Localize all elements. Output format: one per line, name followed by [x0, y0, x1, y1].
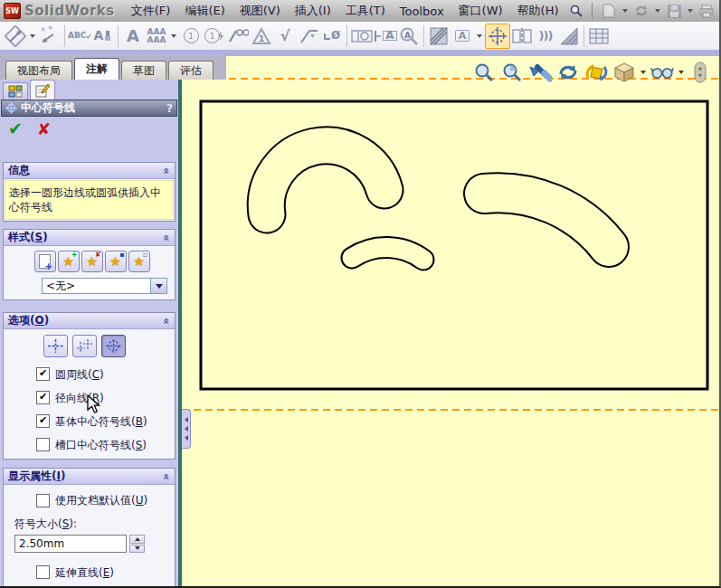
geometric-tolerance-icon[interactable]: [350, 24, 374, 48]
save-style-button[interactable]: ★▪: [105, 251, 127, 272]
tab-evaluate[interactable]: 评估: [168, 61, 213, 80]
previous-view-icon[interactable]: [528, 61, 552, 84]
collapse-chevron-icon[interactable]: «: [160, 167, 173, 175]
dropdown-arrow-icon[interactable]: [150, 278, 167, 294]
help-icon[interactable]: ?: [166, 102, 173, 115]
tab-view-layout[interactable]: 视图布局: [5, 61, 72, 80]
circular-center-mark-button[interactable]: [101, 335, 126, 357]
menu-help[interactable]: 帮助(H): [510, 1, 566, 21]
delete-style-button[interactable]: ★✘: [81, 251, 103, 272]
hide-show-items-icon[interactable]: [650, 61, 674, 84]
menu-view[interactable]: 视图(V): [232, 1, 288, 21]
block-icon[interactable]: A: [451, 24, 474, 48]
style-group-header[interactable]: 样式(S) «: [4, 230, 175, 246]
ok-button[interactable]: ✔: [8, 120, 23, 138]
info-group-header[interactable]: 信息 «: [4, 163, 175, 179]
checkbox-box: [36, 367, 50, 381]
rebuild-caret[interactable]: [655, 9, 660, 13]
balloon-icon[interactable]: 1: [179, 24, 203, 48]
rebuild-icon[interactable]: [632, 3, 650, 19]
menu-window[interactable]: 窗口(W): [451, 1, 510, 21]
checkbox-base-center-mark[interactable]: 基体中心符号线(B): [36, 414, 169, 428]
datum-feature-icon[interactable]: 1: [250, 24, 273, 48]
smart-dimension-caret[interactable]: [30, 34, 35, 38]
menu-edit[interactable]: 编辑(E): [177, 1, 232, 21]
hole-callout-icon[interactable]: Ø: [320, 24, 344, 48]
slot-right[interactable]: [484, 193, 609, 247]
cancel-button[interactable]: ✘: [37, 121, 51, 138]
save-icon[interactable]: [665, 3, 683, 19]
save-caret[interactable]: [688, 9, 693, 13]
style-body: ★+ ★✘ ★▪ ★▫ <无>: [4, 246, 175, 299]
model-items-icon[interactable]: **: [38, 24, 62, 48]
linear-center-mark-button[interactable]: [72, 335, 97, 357]
display-style-caret[interactable]: [640, 71, 646, 74]
menu-insert[interactable]: 插入(I): [288, 1, 338, 21]
add-style-button[interactable]: ★+: [58, 251, 80, 272]
center-mark-icon[interactable]: [485, 24, 510, 49]
area-hatch-fill-icon[interactable]: [427, 24, 451, 48]
note-icon[interactable]: A: [121, 24, 145, 48]
panel-collapse-handle[interactable]: [182, 409, 191, 449]
menu-tools[interactable]: 工具(T): [338, 1, 393, 21]
magnifier-a-icon[interactable]: A: [397, 24, 421, 48]
property-manager-header: 中心符号线 ?: [1, 100, 177, 117]
tab-sketch[interactable]: 草图: [121, 61, 166, 80]
print-icon[interactable]: [697, 3, 716, 19]
smart-dimension-icon[interactable]: [4, 24, 27, 48]
search-icon[interactable]: [570, 5, 583, 17]
zoom-to-area-icon[interactable]: [500, 61, 524, 84]
display-attributes-header[interactable]: 显示属性(I) «: [4, 469, 175, 485]
zoom-to-fit-icon[interactable]: [472, 61, 496, 84]
checkbox-circular-lines[interactable]: 圆周线(C): [36, 367, 169, 381]
heads-up-more-icon[interactable]: [688, 61, 712, 84]
tables-icon[interactable]: [587, 24, 611, 48]
collapse-arrow-icon: [185, 435, 188, 441]
revision-cloud-icon[interactable]: ))): [534, 24, 557, 48]
caterpillar-icon[interactable]: [557, 24, 581, 48]
hide-show-items-caret[interactable]: [678, 71, 684, 74]
datum-target-icon[interactable]: A: [374, 24, 397, 48]
surface-finish-icon[interactable]: √: [273, 24, 297, 48]
style-dropdown-value: <无>: [42, 278, 150, 294]
apply-default-style-button[interactable]: [34, 251, 56, 272]
single-center-mark-button[interactable]: [43, 335, 68, 357]
load-style-button[interactable]: ★▫: [128, 251, 150, 272]
collapse-chevron-icon[interactable]: «: [160, 318, 173, 325]
format-painter-icon[interactable]: A: [91, 24, 115, 48]
new-document-icon[interactable]: [600, 3, 618, 19]
menu-toolbox[interactable]: Toolbox: [393, 3, 451, 20]
title-menu-bar: SW SolidWorks 文件(F) 编辑(E) 视图(V) 插入(I) 工具…: [0, 0, 721, 23]
slot-large[interactable]: [266, 146, 384, 214]
linear-note-pattern-caret[interactable]: [171, 34, 176, 38]
checkbox-slot-center-mark[interactable]: 槽口中心符号线(S): [36, 438, 169, 451]
magnetic-line-icon[interactable]: [226, 24, 250, 48]
property-manager-tab[interactable]: [30, 80, 55, 100]
command-manager-tabs: 视图布局 注解 草图 评估: [0, 56, 226, 80]
linear-note-pattern-icon[interactable]: AAA AAA: [145, 24, 168, 48]
collapse-chevron-icon[interactable]: «: [160, 473, 173, 480]
style-dropdown[interactable]: <无>: [42, 278, 167, 294]
slot-small[interactable]: [352, 247, 423, 260]
checkbox-box: [36, 414, 50, 428]
weld-symbol-icon[interactable]: [297, 24, 320, 48]
mark-size-input[interactable]: [14, 535, 127, 553]
3d-drawing-view-icon[interactable]: [584, 61, 608, 84]
auto-balloon-icon[interactable]: 1: [203, 24, 226, 48]
menu-file[interactable]: 文件(F): [124, 1, 178, 21]
drawing-graphics-area[interactable]: [182, 56, 721, 588]
spinner-down-icon[interactable]: [129, 545, 145, 554]
spell-checker-icon[interactable]: ABC: [68, 24, 91, 48]
checkbox-use-document-defaults[interactable]: 使用文档默认值(U): [36, 494, 169, 507]
checkbox-extended-lines[interactable]: 延伸直线(E): [36, 565, 169, 579]
options-group-header[interactable]: 选项(O) «: [4, 313, 175, 329]
feature-manager-tab[interactable]: [3, 82, 28, 100]
block-caret[interactable]: [477, 34, 482, 38]
spinner-up-icon[interactable]: [129, 535, 145, 544]
tab-annotation[interactable]: 注解: [74, 58, 119, 80]
new-document-caret[interactable]: [622, 9, 628, 13]
collapse-chevron-icon[interactable]: «: [160, 234, 173, 242]
display-style-icon[interactable]: [612, 61, 636, 84]
rotate-view-icon[interactable]: [556, 61, 580, 84]
centerline-icon[interactable]: [510, 24, 534, 48]
